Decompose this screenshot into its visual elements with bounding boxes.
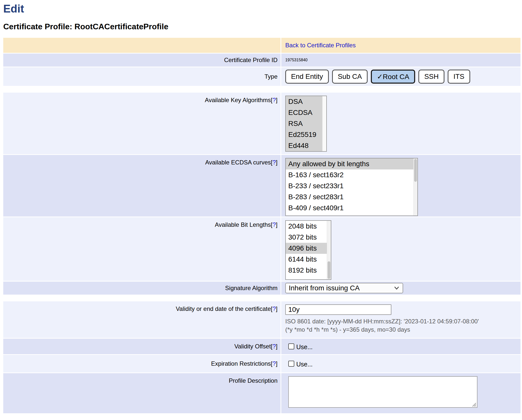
profile-description-row: Profile Description [3,373,520,413]
bit-lengths-help-link[interactable]: ? [273,221,276,228]
resize-handle-icon[interactable] [471,401,476,407]
listbox-option[interactable]: Ed448 [286,140,322,151]
ecdsa-curves-listbox[interactable]: Any allowed by bit lengths B-163 / sect1… [285,158,418,216]
header-right-cell: Back to Certificate Profiles [281,38,520,53]
scrollbar-thumb[interactable] [414,159,417,182]
bit-lengths-listbox[interactable]: 2048 bits 3072 bits 4096 bits 6144 bits … [285,220,331,280]
signature-algorithm-select[interactable]: Inherit from issuing CA [285,283,403,293]
signature-algorithm-row: Signature Algorithm Inherit from issuing… [3,282,520,295]
type-button-root-ca[interactable]: ✓Root CA [371,70,415,84]
type-button-sub-ca[interactable]: Sub CA [332,70,368,84]
listbox-option[interactable]: B-409 / sect409r1 [286,202,413,214]
section-gap [3,295,520,301]
listbox-option[interactable]: 4096 bits [286,243,327,254]
back-to-certificate-profiles-link[interactable]: Back to Certificate Profiles [285,42,356,49]
listbox-option[interactable]: 6144 bits [286,254,327,265]
bit-lengths-label: Available Bit Lengths[?] [215,221,278,228]
scrollbar-thumb[interactable] [328,261,330,279]
expiration-restrictions-use-checkbox[interactable]: Use... [288,360,313,367]
listbox-option[interactable]: B-163 / sect163r2 [286,169,413,180]
validity-format-hint-line1: ISO 8601 date: [yyyy-MM-dd HH:mm:ssZZ]: … [285,317,479,325]
listbox-option[interactable]: 3072 bits [286,232,327,243]
chevron-down-icon [394,286,400,290]
bit-lengths-options: 2048 bits 3072 bits 4096 bits 6144 bits … [286,221,327,279]
key-algorithms-label: Available Key Algorithms[?] [205,97,278,104]
certificate-profile-form: Back to Certificate Profiles Certificate… [3,38,520,413]
key-algorithms-scrollbar[interactable] [322,96,326,151]
expiration-restrictions-row: Expiration Restrictions[?] Use... [3,355,520,372]
key-algorithms-listbox[interactable]: DSA ECDSA RSA Ed25519 Ed448 [285,96,327,152]
form-header-row: Back to Certificate Profiles [3,38,520,53]
validity-input[interactable] [285,304,391,315]
listbox-option[interactable]: RSA [286,118,322,129]
use-label: Use... [296,361,313,368]
expiration-restrictions-label: Expiration Restrictions[?] [211,360,278,367]
listbox-option[interactable]: Any allowed by bit lengths [286,158,413,169]
section-gap [3,87,520,93]
type-button-end-entity[interactable]: End Entity [285,70,329,84]
ecdsa-curves-help-link[interactable]: ? [273,159,276,166]
signature-algorithm-label: Signature Algorithm [225,285,278,292]
profile-description-field [288,376,477,409]
type-row: Type End Entity Sub CA ✓Root CA SSH ITS [3,67,520,86]
ecdsa-curves-row: Available ECDSA curves[?] Any allowed by… [3,155,520,217]
listbox-option[interactable]: ECDSA [286,107,322,118]
ecdsa-curves-options: Any allowed by bit lengths B-163 / sect1… [286,158,413,216]
validity-label: Validity or end date of the certificate[… [176,305,278,312]
type-label: Type [265,73,278,80]
ecdsa-curves-scrollbar[interactable] [413,158,417,216]
profile-description-label: Profile Description [229,377,278,384]
checkbox-icon[interactable] [288,361,294,367]
validity-format-hint-line2: (*y *mo *d *h *m *s) - y=365 days, mo=30… [285,325,479,334]
listbox-option[interactable]: 2048 bits [286,221,327,232]
type-button-its[interactable]: ITS [448,70,470,84]
listbox-option[interactable]: DSA [286,96,322,107]
listbox-option[interactable]: 8192 bits [286,265,327,276]
validity-help-link[interactable]: ? [273,305,276,312]
profile-id-label: Certificate Profile ID [224,57,278,64]
listbox-option[interactable]: Ed25519 [286,129,322,140]
expiration-restrictions-help-link[interactable]: ? [273,360,276,367]
certificate-profile-edit-page: Edit Certificate Profile: RootCACertific… [0,0,522,413]
key-algorithms-options: DSA ECDSA RSA Ed25519 Ed448 [286,96,322,151]
validity-offset-row: Validity Offset[?] Use... [3,339,520,354]
key-algorithms-help-link[interactable]: ? [273,97,276,103]
signature-algorithm-value: Inherit from issuing CA [289,284,360,292]
checkbox-icon[interactable] [288,343,294,349]
validity-offset-label: Validity Offset[?] [234,343,278,350]
bit-lengths-scrollbar[interactable] [327,221,331,279]
listbox-option[interactable]: B-233 / sect233r1 [286,180,413,191]
ecdsa-curves-label: Available ECDSA curves[?] [205,159,278,166]
validity-offset-help-link[interactable]: ? [273,343,276,350]
listbox-option[interactable]: B-283 / sect283r1 [286,191,413,202]
validity-field-group: ISO 8601 date: [yyyy-MM-dd HH:mm:ssZZ]: … [285,304,479,334]
use-label: Use... [296,343,313,351]
page-subtitle: Certificate Profile: RootCACertificatePr… [3,22,522,31]
type-button-group: End Entity Sub CA ✓Root CA SSH ITS [285,70,470,84]
type-button-ssh[interactable]: SSH [418,70,444,84]
bit-lengths-row: Available Bit Lengths[?] 2048 bits 3072 … [3,217,520,281]
header-left-cell [3,38,281,53]
page-title: Edit [3,3,522,15]
profile-id-value: 1975315840 [285,58,308,62]
key-algorithms-row: Available Key Algorithms[?] DSA ECDSA RS… [3,93,520,154]
profile-description-textarea[interactable] [288,376,477,408]
validity-row: Validity or end date of the certificate[… [3,301,520,338]
profile-id-row: Certificate Profile ID 1975315840 [3,54,520,67]
validity-offset-use-checkbox[interactable]: Use... [288,343,313,350]
